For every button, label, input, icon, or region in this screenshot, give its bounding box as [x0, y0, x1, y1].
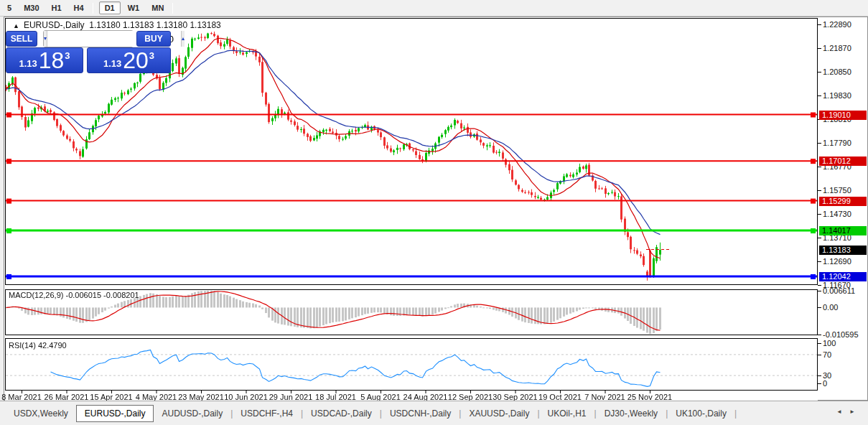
macd-indicator-label: MACD(12,26,9) -0.006015 -0.008201	[9, 291, 139, 299]
axis-tick-mark	[818, 238, 821, 238]
buy-button[interactable]: BUY	[136, 31, 171, 47]
buy-price-prefix: 1.13	[103, 58, 121, 69]
rsi-tick-label: 100	[823, 339, 867, 347]
tab-scroll-left-icon[interactable]: ◄	[836, 408, 842, 415]
axis-tick-mark	[818, 383, 821, 384]
volume-stepper: ▾ ▴	[43, 30, 134, 47]
timeframe-button-h4[interactable]: H4	[69, 2, 89, 14]
rsi-indicator-label: RSI(14) 42.4790	[9, 341, 67, 350]
tab-eurusd-daily[interactable]: EURUSD-,Daily	[76, 405, 154, 422]
axis-tick-mark	[818, 285, 821, 286]
axis-tick-mark	[818, 261, 821, 262]
axis-tick-mark	[818, 48, 821, 49]
tab-ukoil-h1[interactable]: UKOil-,H1	[540, 406, 594, 421]
toolbar-separator	[93, 3, 93, 14]
hline-price-label[interactable]: 1.12042	[819, 272, 867, 281]
axis-tick-mark	[818, 335, 821, 335]
axis-tick-mark	[818, 355, 821, 355]
sell-price-main: 18	[39, 50, 65, 71]
tab-usdx-weekly[interactable]: USDX,Weekly	[6, 406, 76, 421]
rsi-tick-label: 70	[823, 350, 867, 359]
buy-price-box[interactable]: 1.13 20 3	[87, 47, 171, 73]
price-tick-label: 1.17790	[823, 139, 867, 147]
axis-tick-mark	[818, 343, 821, 344]
axis-tick-mark	[818, 143, 821, 144]
tab-usdchf-h4[interactable]: USDCHF-,H4	[233, 406, 301, 421]
one-click-trade-panel: SELL ▾ ▴ BUY 1.13 18 3 1.13 20 3	[6, 30, 171, 89]
price-tick-label: 1.15750	[823, 186, 867, 195]
buy-price-pip: 3	[149, 50, 154, 61]
timeframe-button-w1[interactable]: W1	[123, 2, 145, 14]
timeframe-button-mn[interactable]: MN	[146, 2, 169, 14]
tab-usdcad-daily[interactable]: USDCAD-,Daily	[303, 406, 380, 421]
sell-price-box[interactable]: 1.13 18 3	[6, 47, 83, 73]
hline-price-label[interactable]: 1.14017	[819, 226, 867, 235]
tab-audusd-daily[interactable]: AUDUSD-,Daily	[154, 406, 230, 421]
chart-collapse-icon[interactable]: ▲	[13, 22, 19, 29]
axis-tick-mark	[818, 167, 821, 167]
timeframe-button-h1[interactable]: H1	[47, 2, 67, 14]
tab-separator: |	[734, 408, 737, 419]
tab-dj30-weekly[interactable]: DJ30-,Weekly	[597, 406, 666, 421]
price-tick-label: 1.12690	[823, 257, 867, 266]
price-tick-label: 1.19830	[823, 91, 867, 100]
macd-tick-label: 0.006611	[823, 286, 867, 295]
tab-uk100-daily[interactable]: UK100-,Daily	[668, 406, 734, 421]
sell-button[interactable]: SELL	[6, 31, 37, 47]
tab-scroll-right-icon[interactable]: ►	[849, 408, 855, 415]
macd-tick-label: -0.010595	[823, 330, 867, 339]
hline-price-label[interactable]: 1.15299	[819, 197, 867, 206]
tab-scroll-arrows: ◄ ►	[831, 408, 855, 415]
tab-xauusd-daily[interactable]: XAUUSD-,Daily	[461, 406, 537, 421]
timeframe-toolbar: 5M30H1H4D1W1MN	[0, 0, 868, 17]
toolbar-separator	[172, 3, 173, 14]
price-tick-label: 1.21870	[823, 44, 867, 52]
hline-price-label[interactable]: 1.19010	[819, 111, 867, 120]
price-tick-label: 1.22890	[823, 20, 867, 29]
volume-increase-button[interactable]: ▴	[181, 31, 185, 47]
axis-tick-mark	[818, 214, 821, 215]
axis-tick-mark	[818, 95, 821, 96]
axis-tick-mark	[818, 190, 821, 191]
buy-price-main: 20	[123, 50, 149, 71]
timeframe-button-d1[interactable]: D1	[99, 1, 121, 14]
price-tick-label: 1.14730	[823, 210, 867, 218]
sell-price-pip: 3	[65, 50, 70, 61]
rsi-tick-label: 0	[823, 379, 867, 388]
axis-tick-mark	[818, 375, 821, 376]
price-tick-label: 1.20850	[823, 67, 867, 76]
chart-tab-bar: USDX,WeeklyEURUSD-,DailyAUDUSD-,Daily|US…	[0, 401, 868, 425]
axis-tick-mark	[818, 291, 821, 291]
axis-tick-mark	[818, 307, 821, 308]
sell-price-prefix: 1.13	[19, 58, 37, 69]
current-price-label[interactable]: 1.13183	[819, 246, 867, 255]
axis-tick-mark	[818, 24, 821, 25]
tab-usdcnh-daily[interactable]: USDCNH-,Daily	[382, 406, 459, 421]
hline-price-label[interactable]: 1.17012	[819, 157, 867, 166]
axis-tick-mark	[818, 72, 821, 73]
chart-window: ▲EURUSD-,Daily 1.13180 1.13183 1.13180 1…	[4, 17, 868, 401]
timeframe-button-5[interactable]: 5	[2, 2, 17, 14]
chart-title: ▲EURUSD-,Daily 1.13180 1.13183 1.13180 1…	[13, 20, 221, 30]
timeframe-button-m30[interactable]: M30	[19, 2, 44, 14]
macd-tick-label: 0.00	[823, 303, 867, 312]
chart-ohlc-values: 1.13180 1.13183 1.13180 1.13183	[89, 20, 221, 30]
chart-symbol-label: EURUSD-,Daily	[24, 20, 85, 30]
